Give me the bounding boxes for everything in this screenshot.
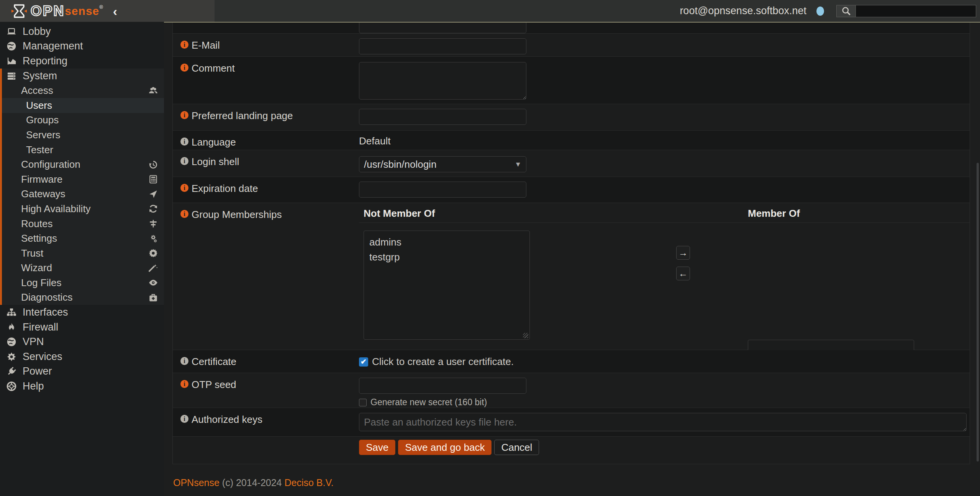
arrow-left-icon: ← <box>678 268 688 279</box>
search-button[interactable] <box>836 5 855 17</box>
eye-icon <box>148 278 158 288</box>
login-shell-select[interactable]: /usr/sbin/nologin ▼ <box>359 156 526 172</box>
generate-secret-checkbox[interactable] <box>359 399 367 406</box>
remove-from-group-button[interactable]: ← <box>676 267 690 280</box>
search-icon <box>841 6 851 16</box>
sidebar-item-access[interactable]: Access <box>2 83 164 98</box>
expiration-date-field[interactable] <box>359 182 526 198</box>
sidebar-label: Users <box>26 100 52 111</box>
form-row-certificate: i Certificate ✔ Click to create a user c… <box>173 350 970 373</box>
sidebar-item-firewall[interactable]: Firewall <box>0 320 164 335</box>
form-row-expiration: i Expiration date <box>173 177 970 203</box>
chevron-down-icon: ▼ <box>515 160 521 169</box>
sidebar-item-routes[interactable]: Routes <box>2 216 164 231</box>
partial-input[interactable] <box>359 23 526 33</box>
page-scrollbar[interactable] <box>977 163 979 462</box>
field-label: Preferred landing page <box>192 110 293 122</box>
sidebar-item-settings[interactable]: Settings <box>2 231 164 246</box>
save-button[interactable]: Save <box>359 440 395 455</box>
form-row-landing-page: i Preferred landing page <box>173 104 970 131</box>
deciso-footer-link[interactable]: Deciso B.V. <box>284 477 333 488</box>
sidebar-item-system[interactable]: System <box>2 69 164 83</box>
field-label: E-Mail <box>192 39 220 51</box>
sidebar-item-users[interactable]: Users <box>2 98 164 113</box>
search-input[interactable] <box>855 5 976 17</box>
sidebar-label: Services <box>23 351 62 363</box>
sidebar-item-help[interactable]: Help <box>0 379 164 394</box>
sidebar-label: Firewall <box>23 321 58 333</box>
sidebar-label: Lobby <box>23 26 51 38</box>
sitemap-icon <box>6 307 17 318</box>
form-row-email: i E-Mail <box>173 34 970 57</box>
sidebar-item-reporting[interactable]: Reporting <box>0 54 164 69</box>
plug-icon <box>6 366 17 377</box>
opnsense-logo[interactable]: OPNsense® <box>11 3 103 20</box>
not-member-of-header: Not Member Of <box>364 208 435 219</box>
not-member-of-listbox[interactable]: admins testgrp <box>364 231 530 340</box>
logo-registered-mark: ® <box>99 4 103 10</box>
group-option[interactable]: admins <box>364 235 529 250</box>
users-group-icon <box>148 86 158 96</box>
authorized-keys-field[interactable] <box>359 413 967 431</box>
system-section: System Access Users Groups Servers Teste… <box>0 69 164 305</box>
sidebar-label: Interfaces <box>23 306 68 318</box>
sidebar-item-services[interactable]: Services <box>0 349 164 364</box>
firmware-grid-icon <box>148 174 158 184</box>
sidebar-item-vpn[interactable]: VPN <box>0 334 164 349</box>
landing-page-field[interactable] <box>359 109 526 125</box>
logo-text-opn: OPN <box>31 3 65 19</box>
form-row-language: i Language Default <box>173 131 970 150</box>
sidebar-item-diagnostics[interactable]: Diagnostics <box>2 290 164 305</box>
sidebar-item-management[interactable]: Management <box>0 39 164 54</box>
comment-field[interactable] <box>359 62 526 100</box>
sidebar-label: Reporting <box>23 55 67 67</box>
global-search <box>836 5 976 17</box>
sidebar-item-power[interactable]: Power <box>0 364 164 379</box>
form-row-buttons: Save Save and go back Cancel <box>173 437 970 464</box>
form-row-group-memberships: i Group Memberships Not Member Of Member… <box>173 203 970 350</box>
sidebar-item-firmware[interactable]: Firmware <box>2 172 164 187</box>
info-icon: i <box>180 380 188 388</box>
laptop-icon <box>6 26 17 37</box>
sidebar-collapse-chevron-icon[interactable]: ‹ <box>113 5 117 18</box>
field-label: Group Memberships <box>192 209 282 221</box>
form-row-partial <box>173 23 970 34</box>
gear-icon <box>6 352 17 362</box>
opnsense-footer-link[interactable]: OPNsense <box>173 477 220 488</box>
sidebar-label: Help <box>23 380 44 392</box>
sidebar-item-gateways[interactable]: Gateways <box>2 187 164 202</box>
sidebar-item-lobby[interactable]: Lobby <box>0 24 164 39</box>
sidebar-item-tester[interactable]: Tester <box>2 142 164 157</box>
resize-handle-icon[interactable] <box>523 333 528 338</box>
info-icon: i <box>180 157 188 165</box>
sidebar-item-interfaces[interactable]: Interfaces <box>0 305 164 320</box>
certificate-seal-icon <box>148 248 158 258</box>
check-icon: ✔ <box>361 357 367 366</box>
email-field[interactable] <box>359 38 526 54</box>
save-and-go-back-button[interactable]: Save and go back <box>398 440 492 455</box>
sidebar-label: Access <box>21 85 53 97</box>
main-content: i E-Mail i Comment i Preferred landing p… <box>164 23 980 496</box>
group-option[interactable]: testgrp <box>364 250 529 265</box>
info-icon: i <box>180 111 188 119</box>
info-icon: i <box>180 415 188 423</box>
info-icon: i <box>180 64 188 72</box>
sidebar-item-configuration[interactable]: Configuration <box>2 157 164 172</box>
sidebar-item-trust[interactable]: Trust <box>2 246 164 261</box>
signpost-icon <box>148 219 158 229</box>
otp-seed-field[interactable] <box>359 378 526 394</box>
sidebar-item-servers[interactable]: Servers <box>2 128 164 142</box>
sidebar-item-wizard[interactable]: Wizard <box>2 261 164 276</box>
sidebar-label: Management <box>23 40 83 52</box>
sidebar-item-log-files[interactable]: Log Files <box>2 275 164 290</box>
cancel-button[interactable]: Cancel <box>494 440 539 455</box>
logo-text-sense: sense <box>65 5 99 18</box>
sidebar-label: Power <box>23 365 52 377</box>
sidebar-item-groups[interactable]: Groups <box>2 113 164 128</box>
sidebar-label: Groups <box>26 114 59 126</box>
create-certificate-checkbox[interactable]: ✔ <box>359 357 368 367</box>
status-dot-icon <box>816 7 824 16</box>
field-label: Comment <box>192 62 235 74</box>
add-to-group-button[interactable]: → <box>676 246 690 260</box>
sidebar-item-high-availability[interactable]: High Availability <box>2 201 164 216</box>
